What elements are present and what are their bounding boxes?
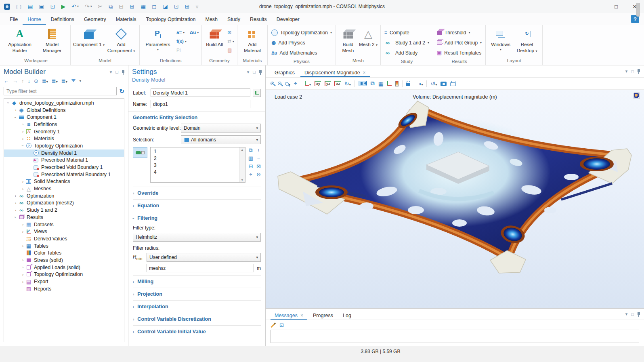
tab-messages[interactable]: Messages × bbox=[271, 309, 307, 320]
zoom-out-icon[interactable]: − bbox=[278, 82, 281, 85]
panel-pin-icon[interactable] bbox=[638, 312, 640, 315]
menu-tab-results[interactable]: Results bbox=[245, 14, 272, 25]
tree-item-results[interactable]: ›Results bbox=[4, 214, 124, 221]
tree-item-density-model-1[interactable]: Density Model 1 bbox=[4, 149, 124, 157]
domain-list-item[interactable]: 3 bbox=[154, 162, 236, 169]
tab-displacement-magnitude[interactable]: Displacement Magnitude × bbox=[300, 65, 370, 77]
menu-tab-mesh[interactable]: Mesh bbox=[200, 14, 222, 25]
selection-dropdown[interactable]: All domains ▾ bbox=[181, 135, 261, 144]
tree-item-derived-values[interactable]: Derived Values bbox=[4, 235, 124, 242]
tree-item-reports[interactable]: Reports bbox=[4, 285, 124, 293]
section-interpolation[interactable]: ›Interpolation bbox=[133, 300, 261, 313]
section-milling[interactable]: ›Milling bbox=[133, 275, 261, 288]
rotate-view-icon[interactable]: ↻▾ bbox=[344, 80, 351, 87]
default-view-icon[interactable]: ▾ bbox=[305, 80, 311, 87]
filter-radius-input[interactable] bbox=[147, 264, 254, 272]
panel-float-icon[interactable]: □ bbox=[631, 312, 634, 317]
wireframe-icon[interactable]: ▦ bbox=[378, 80, 384, 87]
tree-item-optimization-mesh2[interactable]: ›Optimization (mesh2) bbox=[4, 200, 124, 207]
update-plot-icon[interactable]: ↺▾ bbox=[430, 80, 437, 87]
tree-item-export[interactable]: ›Export bbox=[4, 278, 124, 285]
filter-radius-mode-dropdown[interactable]: User defined ▾ bbox=[147, 253, 261, 262]
filter-funnel-icon[interactable] bbox=[71, 79, 76, 84]
menu-tab-developer[interactable]: Developer bbox=[272, 14, 304, 25]
graphics-canvas[interactable]: Load case 2 Volume: Displacement magnitu… bbox=[266, 90, 644, 308]
panel-float-icon[interactable]: □ bbox=[631, 69, 634, 74]
scene-light-toggle[interactable] bbox=[359, 81, 367, 86]
zoom-in-icon[interactable]: + bbox=[271, 82, 274, 85]
cut-icon[interactable]: ✂ bbox=[98, 4, 103, 9]
paste-icon[interactable]: ⊟ bbox=[119, 4, 124, 9]
section-control-variable-initial-value[interactable]: ›Control Variable Initial Value bbox=[133, 325, 261, 338]
build-mesh-button[interactable]: Build Mesh bbox=[338, 26, 358, 53]
clear-messages-icon[interactable] bbox=[271, 324, 274, 327]
open-file-icon[interactable]: ▤ bbox=[27, 4, 33, 9]
panel-menu-icon[interactable]: ▾ bbox=[247, 69, 250, 75]
show-axes-icon[interactable] bbox=[387, 80, 392, 87]
tree-item-topology-optimization[interactable]: ›Topology Optimization bbox=[4, 142, 124, 149]
tree-item-prescribed-void-boundary-1[interactable]: Prescribed Void Boundary 1 bbox=[4, 164, 124, 171]
tree-item-color-tables[interactable]: Color Tables bbox=[4, 249, 124, 257]
tree-item-stress-solid[interactable]: ›Stress (solid) bbox=[4, 257, 124, 264]
filter-type-dropdown[interactable]: Helmholtz ▾ bbox=[133, 233, 261, 242]
maximize-button[interactable]: □ bbox=[607, 0, 625, 13]
panel-pin-icon[interactable] bbox=[638, 69, 640, 72]
back-icon[interactable]: ← bbox=[4, 78, 9, 84]
lock-view-icon[interactable] bbox=[406, 83, 410, 86]
rename-button[interactable] bbox=[253, 89, 261, 97]
menu-tab-study[interactable]: Study bbox=[222, 14, 245, 25]
active-selection-toggle[interactable] bbox=[133, 147, 147, 158]
tree-item-views[interactable]: ›Views bbox=[4, 228, 124, 235]
tree-item-datasets[interactable]: ›Datasets bbox=[4, 221, 124, 228]
add-physics-button[interactable]: ⊛ Add Physics bbox=[270, 38, 334, 48]
build-all-button[interactable]: Build All bbox=[204, 26, 225, 48]
tree-item-prescribed-material-1[interactable]: Prescribed Material 1 bbox=[4, 157, 124, 164]
add-plot-group-button[interactable]: Add Plot Group ▾ bbox=[435, 38, 483, 48]
geometry-import-icon[interactable]: ⊡ bbox=[227, 28, 235, 37]
topology-optimization-button[interactable]: Topology Optimization ▾ bbox=[270, 27, 334, 38]
tab-close-icon[interactable]: × bbox=[363, 70, 366, 76]
hide-selection-icon[interactable]: ⊝ bbox=[256, 172, 261, 177]
delete-icon[interactable]: ▦ bbox=[141, 4, 146, 9]
duplicate-icon[interactable]: ⊞ bbox=[130, 4, 134, 9]
remove-from-selection-icon[interactable]: − bbox=[257, 156, 260, 161]
create-selection-icon[interactable]: ⧉ bbox=[249, 147, 252, 153]
view-yz-button[interactable]: yz bbox=[325, 81, 331, 86]
menu-tab-definitions[interactable]: Definitions bbox=[46, 14, 79, 25]
plot-thumbnail-icon[interactable] bbox=[634, 93, 640, 99]
menu-tab-topology-optimization[interactable]: Topology Optimization bbox=[141, 14, 200, 25]
color-legend-icon[interactable] bbox=[395, 81, 399, 86]
section-control-variable-discretization[interactable]: ›Control Variable Discretization bbox=[133, 313, 261, 325]
domain-list-item[interactable]: 4 bbox=[154, 169, 236, 176]
entity-level-dropdown[interactable]: Domain ▾ bbox=[181, 124, 261, 133]
panel-pin-icon[interactable] bbox=[122, 70, 124, 73]
windows-button[interactable]: Windows ▾ bbox=[488, 26, 514, 52]
geometry-virtual-icon[interactable]: ▥ bbox=[227, 46, 235, 55]
save-as-icon[interactable]: ⊡ bbox=[50, 4, 55, 9]
label-field-input[interactable] bbox=[151, 88, 250, 97]
tab-progress[interactable]: Progress bbox=[309, 309, 337, 320]
copy-icon[interactable]: ⧉ bbox=[109, 4, 113, 9]
panel-float-icon[interactable]: □ bbox=[115, 69, 118, 74]
panel-float-icon[interactable]: □ bbox=[253, 69, 256, 74]
tree-item-component-1[interactable]: ›Component 1 bbox=[4, 114, 124, 121]
tree-item-prescribed-material-boundary-1[interactable]: Prescribed Material Boundary 1 bbox=[4, 171, 124, 178]
mesh-2-button[interactable]: △ Mesh 2 ▾ bbox=[358, 26, 378, 48]
section-geometric-entity-selection[interactable]: Geometric Entity Selection bbox=[133, 115, 261, 120]
view-xy-button[interactable]: xy bbox=[315, 81, 321, 86]
compute-button[interactable]: = Compute bbox=[383, 27, 431, 38]
tree-item-topology-optimization-results[interactable]: ›Topology Optimization bbox=[4, 271, 124, 278]
transparency-icon[interactable]: ⧉ bbox=[371, 80, 375, 87]
clear-selection-icon[interactable]: ⊠ bbox=[256, 164, 261, 169]
menu-tab-home[interactable]: Home bbox=[23, 14, 46, 25]
section-projection[interactable]: ›Projection bbox=[133, 288, 261, 300]
menu-tab-file[interactable]: File bbox=[5, 14, 23, 25]
clear-selection-icon[interactable]: ◪ bbox=[163, 4, 168, 9]
application-builder-button[interactable]: A Application Builder bbox=[4, 26, 36, 53]
add-material-button[interactable]: Add Material bbox=[239, 26, 265, 53]
section-override[interactable]: ›Override bbox=[133, 187, 261, 199]
tree-item-materials[interactable]: ›Materials bbox=[4, 135, 124, 142]
threshold-button[interactable]: Threshold ▾ bbox=[435, 27, 483, 38]
print-icon[interactable] bbox=[450, 82, 456, 86]
close-button[interactable]: ✕ bbox=[625, 0, 644, 13]
